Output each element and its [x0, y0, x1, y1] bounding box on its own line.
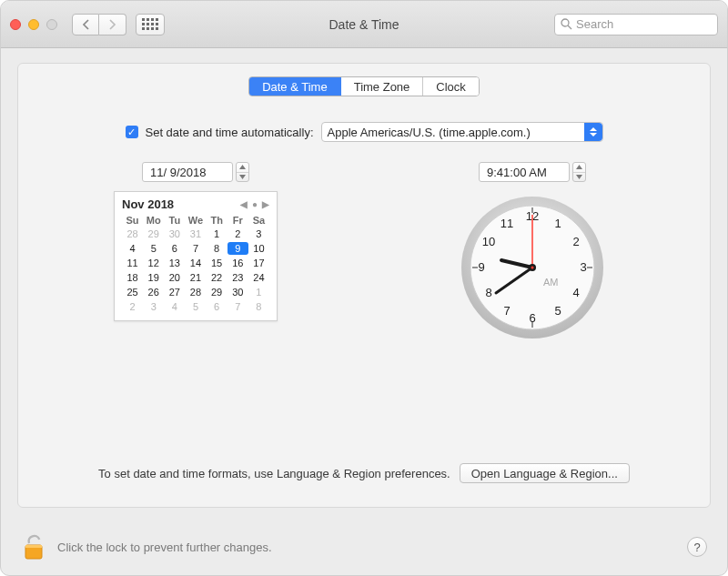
calendar-day[interactable]: 8 [207, 242, 228, 255]
lock-icon[interactable] [21, 532, 46, 561]
calendar-day[interactable]: 30 [228, 286, 248, 298]
calendar-day-dim[interactable]: 4 [164, 300, 185, 313]
calendar-day[interactable]: 22 [207, 271, 228, 284]
calendar-day[interactable]: 14 [185, 257, 206, 269]
time-server-value: Apple Americas/U.S. (time.apple.com.) [328, 126, 531, 139]
tab-segmented-control: Date & Time Time Zone Clock [248, 76, 480, 96]
titlebar: Date & Time Search [1, 1, 727, 48]
calendar-dow: Fr [228, 215, 248, 226]
calendar-day[interactable]: 23 [228, 271, 248, 284]
calendar-day-dim[interactable]: 5 [185, 300, 206, 313]
calendar-dow: We [185, 215, 206, 226]
calendar-day-dim[interactable]: 1 [248, 286, 269, 298]
calendar-day[interactable]: 12 [143, 257, 164, 269]
calendar-day[interactable]: 5 [143, 242, 164, 255]
calendar-day[interactable]: 18 [122, 271, 143, 284]
svg-text:10: 10 [482, 235, 495, 248]
svg-point-0 [561, 19, 569, 26]
lock-text: Click the lock to prevent further change… [57, 541, 272, 554]
time-field[interactable]: 9:41:00 AM [479, 162, 570, 182]
calendar-day[interactable]: 21 [185, 271, 206, 284]
calendar-day[interactable]: 19 [143, 271, 164, 284]
calendar-day[interactable]: 27 [164, 286, 185, 298]
calendar-day[interactable]: 25 [122, 286, 143, 298]
calendar-day-dim[interactable]: 7 [228, 300, 248, 313]
auto-checkbox[interactable]: ✓ [126, 126, 138, 138]
calendar-day[interactable]: 2 [228, 227, 248, 240]
calendar-day[interactable]: 6 [164, 242, 185, 255]
calendar-day[interactable]: 17 [248, 257, 269, 269]
calendar-day[interactable]: 29 [207, 286, 228, 298]
calendar-next-icon[interactable]: ▶ [262, 199, 269, 209]
svg-text:1: 1 [554, 217, 561, 230]
tab-date-time[interactable]: Date & Time [249, 77, 341, 96]
calendar-day[interactable]: 20 [164, 271, 185, 284]
calendar-dow: Su [122, 215, 143, 226]
calendar-dow: Sa [248, 215, 269, 226]
search-input[interactable]: Search [554, 14, 718, 35]
calendar-day[interactable]: 24 [248, 271, 269, 284]
show-all-button[interactable] [136, 14, 165, 35]
calendar-day[interactable]: 7 [185, 242, 206, 255]
minimize-icon[interactable] [28, 19, 39, 30]
calendar-day[interactable]: 15 [207, 257, 228, 269]
calendar-dow: Tu [164, 215, 185, 226]
clock-ampm: AM [543, 277, 559, 288]
formats-note: To set date and time formats, use Langua… [98, 467, 450, 480]
search-icon [561, 18, 572, 30]
tab-time-zone[interactable]: Time Zone [341, 77, 424, 96]
svg-text:9: 9 [478, 260, 484, 274]
time-server-dropdown[interactable]: Apple Americas/U.S. (time.apple.com.) [321, 122, 603, 142]
svg-text:7: 7 [503, 304, 510, 318]
svg-text:8: 8 [485, 286, 491, 299]
auto-label: Set date and time automatically: [146, 126, 314, 139]
svg-text:3: 3 [580, 260, 586, 274]
calendar-day[interactable]: 4 [122, 242, 143, 255]
calendar-dow: Th [207, 215, 228, 226]
calendar-prev-icon[interactable]: ◀ [240, 199, 248, 209]
calendar-day[interactable]: 1 [207, 227, 228, 240]
forward-button[interactable] [99, 14, 126, 35]
search-placeholder: Search [576, 17, 613, 31]
svg-point-24 [531, 267, 534, 269]
calendar-day-dim[interactable]: 31 [185, 227, 206, 240]
calendar-today-icon[interactable]: ● [252, 199, 258, 209]
calendar-day[interactable]: 26 [143, 286, 164, 298]
date-stepper[interactable] [236, 162, 249, 182]
calendar-day[interactable]: 10 [248, 242, 269, 255]
calendar-day-dim[interactable]: 29 [143, 227, 164, 240]
date-column: 11/ 9/2018 Nov 2018 ◀ ● ▶ [55, 162, 337, 340]
calendar-day-dim[interactable]: 28 [122, 227, 143, 240]
calendar-day[interactable]: 28 [185, 286, 206, 298]
bottom-bar: Click the lock to prevent further change… [1, 519, 727, 575]
tab-clock[interactable]: Clock [423, 77, 479, 96]
calendar-day[interactable]: 13 [164, 257, 185, 269]
calendar-day-dim[interactable]: 8 [248, 300, 269, 313]
calendar-day-dim[interactable]: 2 [122, 300, 143, 313]
calendar-day[interactable]: 16 [228, 257, 248, 269]
calendar-day[interactable]: 9 [228, 242, 248, 255]
calendar-dow: Mo [143, 215, 164, 226]
traffic-lights [10, 19, 57, 30]
close-icon[interactable] [10, 19, 21, 30]
calendar-day-dim[interactable]: 30 [164, 227, 185, 240]
calendar-day-dim[interactable]: 6 [207, 300, 228, 313]
content-pane: Date & Time Time Zone Clock ✓ Set date a… [17, 63, 711, 508]
help-button[interactable]: ? [687, 537, 707, 557]
calendar-title: Nov 2018 [122, 197, 174, 211]
calendar-day[interactable]: 3 [248, 227, 269, 240]
date-field[interactable]: 11/ 9/2018 [142, 162, 233, 182]
time-column: 9:41:00 AM [391, 162, 673, 340]
svg-line-1 [568, 25, 571, 29]
time-stepper[interactable] [572, 162, 586, 182]
svg-rect-26 [25, 545, 42, 548]
calendar-day-dim[interactable]: 3 [143, 300, 164, 313]
svg-text:4: 4 [572, 286, 579, 299]
svg-text:2: 2 [572, 235, 579, 248]
svg-text:5: 5 [554, 304, 561, 318]
open-language-region-button[interactable]: Open Language & Region... [460, 463, 630, 483]
chevron-updown-icon [584, 123, 602, 141]
back-button[interactable] [72, 14, 99, 35]
analog-clock: 12 1 2 3 4 5 6 7 8 9 10 11 [460, 195, 605, 340]
calendar-day[interactable]: 11 [122, 257, 143, 269]
